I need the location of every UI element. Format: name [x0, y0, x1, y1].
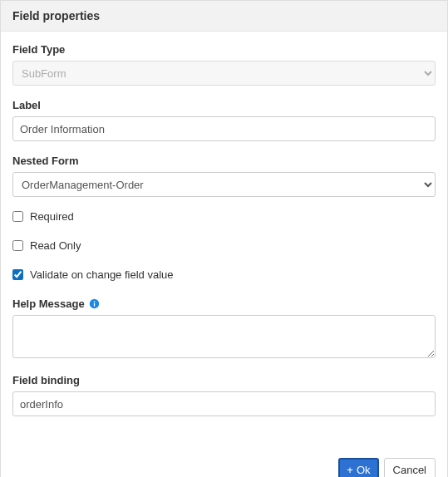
field-binding-input[interactable]	[12, 391, 436, 416]
field-binding-group: Field binding	[12, 374, 436, 416]
required-label[interactable]: Required	[30, 210, 74, 223]
validate-checkbox[interactable]	[12, 269, 23, 280]
readonly-row: Read Only	[12, 239, 436, 252]
readonly-label[interactable]: Read Only	[30, 239, 81, 252]
nested-form-label: Nested Form	[12, 155, 436, 167]
ok-button[interactable]: + Ok	[338, 458, 378, 477]
cancel-button-label: Cancel	[393, 464, 426, 476]
field-type-label: Field Type	[12, 43, 436, 56]
ok-button-label: Ok	[357, 464, 371, 476]
cancel-button[interactable]: Cancel	[384, 458, 436, 477]
required-checkbox[interactable]	[12, 211, 23, 222]
field-binding-label: Field binding	[12, 374, 436, 386]
help-message-label: Help Message	[12, 298, 436, 310]
field-type-select: SubForm	[12, 61, 436, 86]
dialog-title: Field properties	[12, 9, 436, 22]
help-message-label-text: Help Message	[12, 298, 85, 310]
dialog-footer: + Ok Cancel	[1, 450, 447, 477]
field-properties-dialog: Field properties Field Type SubForm Labe…	[0, 0, 448, 477]
plus-icon: +	[347, 465, 353, 475]
readonly-checkbox[interactable]	[12, 240, 23, 251]
dialog-header: Field properties	[1, 1, 447, 32]
help-message-textarea[interactable]	[12, 315, 436, 358]
validate-row: Validate on change field value	[12, 268, 436, 281]
help-message-group: Help Message	[12, 298, 436, 361]
nested-form-group: Nested Form OrderManagement-Order	[12, 155, 436, 197]
field-type-group: Field Type SubForm	[12, 43, 436, 86]
nested-form-select[interactable]: OrderManagement-Order	[12, 172, 436, 197]
label-input[interactable]	[12, 116, 436, 141]
label-group: Label	[12, 99, 436, 141]
dialog-body: Field Type SubForm Label Nested Form Ord…	[1, 32, 447, 426]
label-label: Label	[12, 99, 436, 111]
svg-rect-1	[94, 303, 95, 307]
info-icon[interactable]	[89, 298, 100, 309]
required-row: Required	[12, 210, 436, 223]
svg-rect-2	[94, 301, 95, 302]
validate-label[interactable]: Validate on change field value	[30, 268, 174, 281]
